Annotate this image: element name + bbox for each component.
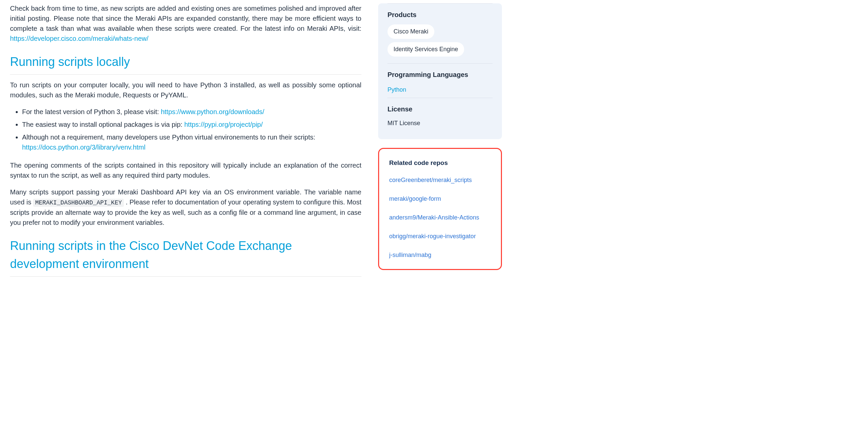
- related-heading: Related code repos: [389, 158, 491, 168]
- bullet-text: For the latest version of Python 3, plea…: [22, 108, 161, 116]
- python-download-link[interactable]: https://www.python.org/downloads/: [161, 108, 265, 116]
- bullet-item: The easiest way to install optional pack…: [22, 120, 362, 129]
- local-paragraph-1: To run scripts on your computer locally,…: [10, 80, 362, 100]
- local-paragraph-3: Many scripts support passing your Meraki…: [10, 187, 362, 227]
- related-repo-link[interactable]: j-sulliman/mabg: [389, 252, 431, 258]
- license-section: License MIT License: [388, 98, 493, 131]
- products-heading: Products: [388, 10, 493, 20]
- related-repo-link[interactable]: andersm9/Meraki-Ansible-Actions: [389, 214, 479, 221]
- license-value: MIT License: [388, 119, 493, 128]
- info-card: Products Cisco Meraki Identity Services …: [378, 3, 502, 139]
- related-repo-link[interactable]: meraki/google-form: [389, 195, 441, 202]
- venv-link[interactable]: https://docs.python.org/3/library/venv.h…: [22, 143, 146, 151]
- bullet-text: The easiest way to install optional pack…: [22, 121, 184, 128]
- related-repo-item: obrigg/meraki-rogue-investigator: [389, 231, 491, 241]
- related-repos-card: Related code repos coreGreenberet/meraki…: [378, 148, 502, 270]
- product-chip-cisco-meraki[interactable]: Cisco Meraki: [388, 25, 434, 39]
- intro-link[interactable]: https://developer.cisco.com/meraki/whats…: [10, 35, 149, 42]
- related-repo-item: j-sulliman/mabg: [389, 250, 491, 260]
- env-var-code: MERAKI_DASHBOARD_API_KEY: [33, 199, 124, 207]
- language-python-link[interactable]: Python: [388, 86, 406, 93]
- languages-heading: Programming Languages: [388, 70, 493, 79]
- heading-running-locally: Running scripts locally: [10, 53, 362, 74]
- pip-link[interactable]: https://pypi.org/project/pip/: [184, 121, 263, 128]
- related-repo-link[interactable]: coreGreenberet/meraki_scripts: [389, 177, 472, 183]
- license-heading: License: [388, 104, 493, 114]
- related-repo-item: andersm9/Meraki-Ansible-Actions: [389, 212, 491, 222]
- heading-devnet: Running scripts in the Cisco DevNet Code…: [10, 237, 362, 277]
- bullet-item: For the latest version of Python 3, plea…: [22, 107, 362, 117]
- main-content: Check back from time to time, as new scr…: [10, 3, 362, 282]
- related-repo-link[interactable]: obrigg/meraki-rogue-investigator: [389, 233, 476, 240]
- related-repo-item: coreGreenberet/meraki_scripts: [389, 174, 491, 185]
- local-bullet-list: For the latest version of Python 3, plea…: [10, 107, 362, 152]
- products-section: Products Cisco Meraki Identity Services …: [388, 3, 493, 63]
- related-repo-item: meraki/google-form: [389, 193, 491, 203]
- bullet-text: Although not a requirement, many develop…: [22, 133, 315, 141]
- intro-paragraph: Check back from time to time, as new scr…: [10, 3, 362, 43]
- related-repos-list: coreGreenberet/meraki_scripts meraki/goo…: [389, 174, 491, 260]
- local-paragraph-2: The opening comments of the scripts cont…: [10, 160, 362, 180]
- sidebar: Products Cisco Meraki Identity Services …: [378, 3, 502, 282]
- intro-text: Check back from time to time, as new scr…: [10, 5, 362, 32]
- languages-section: Programming Languages Python: [388, 63, 493, 98]
- product-chip-ise[interactable]: Identity Services Engine: [388, 42, 464, 57]
- bullet-item: Although not a requirement, many develop…: [22, 132, 362, 152]
